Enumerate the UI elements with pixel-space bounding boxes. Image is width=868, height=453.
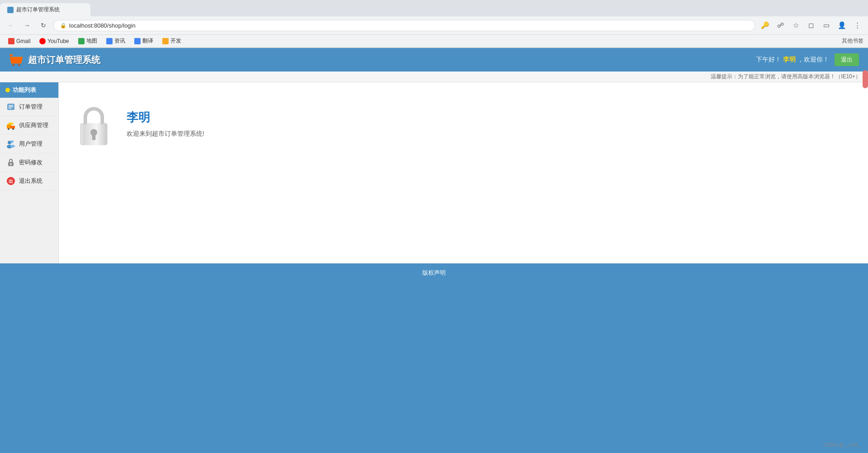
- svg-point-2: [18, 64, 20, 66]
- svg-rect-27: [81, 124, 83, 144]
- tab-title: 超市订单管理系统: [16, 6, 60, 14]
- youtube-favicon: [39, 38, 46, 44]
- maps-favicon: [78, 38, 85, 44]
- scrollbar-indicator[interactable]: [863, 70, 868, 88]
- sidebar-item-supplier-label: 供应商管理: [19, 121, 48, 129]
- greeting-username: 李明: [783, 56, 796, 63]
- bookmark-gmail[interactable]: Gmail: [5, 37, 34, 45]
- svg-rect-19: [10, 164, 11, 165]
- bookmark-youtube[interactable]: YouTube: [36, 37, 72, 45]
- greeting-suffix: ，欢迎你！: [797, 56, 829, 63]
- watermark: CSDN @ _小许_: [823, 442, 861, 448]
- sidebar-item-order-label: 订单管理: [19, 103, 42, 111]
- browser-toolbar: ← → ↻ 🔒 localhost:8080/shop/login 🔑 ☍ ☆ …: [0, 16, 868, 35]
- sidebar-item-order[interactable]: 订单管理: [0, 98, 58, 116]
- content-area: 李明 欢迎来到超市订单管理系统!: [59, 82, 868, 263]
- sidebar-header-label: 功能列表: [13, 86, 36, 94]
- app-title-text: 超市订单管理系统: [28, 54, 100, 66]
- bookmark-icon[interactable]: ☆: [789, 19, 802, 32]
- sidebar-header-dot: [5, 88, 10, 92]
- sidebar-item-user-label: 用户管理: [19, 140, 42, 148]
- sidebar-item-exit-label: 退出系统: [19, 177, 42, 185]
- sidebar-item-user[interactable]: 用户管理: [0, 135, 58, 153]
- welcome-section: 李明 欢迎来到超市订单管理系统!: [59, 82, 868, 172]
- order-icon: [6, 102, 15, 111]
- browser-tab-active[interactable]: 超市订单管理系统: [0, 3, 90, 16]
- toolbar-icons: 🔑 ☍ ☆ ◻ ▭ 👤 ⋮: [759, 19, 863, 32]
- lock-icon-container: [77, 105, 113, 149]
- address-lock-icon: 🔒: [60, 23, 66, 29]
- svg-rect-0: [10, 54, 13, 57]
- forward-button[interactable]: →: [21, 19, 33, 32]
- bookmark-dev[interactable]: 开发: [159, 36, 185, 46]
- back-button[interactable]: ←: [5, 19, 17, 32]
- svg-point-14: [11, 140, 14, 143]
- bookmark-youtube-label: YouTube: [47, 38, 69, 44]
- address-bar[interactable]: 🔒 localhost:8080/shop/login: [53, 20, 755, 31]
- footer: 版权声明: [0, 263, 868, 282]
- sidebar-item-password-label: 密码修改: [19, 158, 42, 167]
- header-right: 下午好！ 李明 ，欢迎你！ 退出: [756, 53, 859, 66]
- window-icon[interactable]: ▭: [820, 19, 833, 32]
- address-url: localhost:8080/shop/login: [69, 22, 136, 29]
- tab-favicon: [7, 7, 14, 13]
- welcome-username: 李明: [127, 110, 204, 125]
- translate-favicon: [134, 38, 141, 44]
- svg-point-21: [12, 163, 13, 164]
- bookmark-translate[interactable]: 翻译: [131, 36, 157, 46]
- bookmarks-bar: Gmail YouTube 地图 资讯 翻译 开发 其他书签: [0, 35, 868, 48]
- logout-button[interactable]: 退出: [835, 53, 859, 66]
- content-wrapper: 功能列表 订单管理: [0, 82, 868, 263]
- svg-rect-9: [10, 126, 15, 129]
- svg-point-20: [9, 163, 9, 164]
- header-greeting: 下午好！ 李明 ，欢迎你！: [756, 56, 829, 64]
- sidebar: 功能列表 订单管理: [0, 82, 59, 263]
- bookmark-news-label: 资讯: [114, 37, 125, 45]
- bookmark-maps-label: 地图: [86, 37, 97, 45]
- sidebar-item-exit[interactable]: 出 退出系统: [0, 172, 58, 191]
- gmail-favicon: [8, 38, 14, 44]
- sidebar-item-supplier[interactable]: 供应商管理: [0, 116, 58, 135]
- svg-point-13: [8, 141, 11, 144]
- footer-label: 版权声明: [422, 269, 446, 276]
- password-change-icon: [6, 158, 15, 167]
- welcome-message: 欢迎来到超市订单管理系统!: [127, 130, 204, 138]
- svg-text:出: 出: [9, 179, 13, 184]
- warning-text: 温馨提示：为了能正常浏览，请使用高版本浏览器！（IE10+）: [711, 73, 861, 80]
- bookmark-maps[interactable]: 地图: [75, 36, 101, 46]
- password-manager-icon[interactable]: 🔑: [759, 19, 771, 32]
- bookmark-dev-label: 开发: [170, 37, 181, 45]
- browser-chrome: 超市订单管理系统 ← → ↻ 🔒 localhost:8080/shop/log…: [0, 0, 868, 48]
- menu-icon[interactable]: ⋮: [851, 19, 863, 32]
- news-favicon: [106, 38, 113, 44]
- app-header: 超市订单管理系统 下午好！ 李明 ，欢迎你！ 退出: [0, 48, 868, 72]
- bookmark-gmail-label: Gmail: [16, 38, 30, 44]
- share-icon[interactable]: ☍: [774, 19, 787, 32]
- profile-icon[interactable]: 👤: [835, 19, 848, 32]
- svg-point-16: [10, 145, 15, 148]
- exit-system-icon: 出: [6, 176, 15, 186]
- svg-point-11: [8, 128, 9, 130]
- bookmarks-right: 其他书签: [842, 37, 863, 45]
- reload-button[interactable]: ↻: [37, 19, 50, 32]
- sidebar-item-password[interactable]: 密码修改: [0, 153, 58, 172]
- sidebar-header: 功能列表: [0, 82, 58, 98]
- svg-rect-26: [92, 134, 96, 140]
- svg-point-1: [13, 64, 14, 66]
- svg-point-12: [12, 128, 14, 130]
- supplier-icon: [6, 121, 15, 130]
- warning-bar: 温馨提示：为了能正常浏览，请使用高版本浏览器！（IE10+）: [0, 72, 868, 82]
- greeting-time: 下午好！: [756, 56, 781, 63]
- svg-marker-10: [8, 123, 14, 124]
- bookmark-news[interactable]: 资讯: [103, 36, 129, 46]
- welcome-content: 李明 欢迎来到超市订单管理系统!: [77, 105, 850, 149]
- bookmark-translate-label: 翻译: [142, 37, 153, 45]
- welcome-text: 李明 欢迎来到超市订单管理系统!: [127, 105, 204, 138]
- tab-search-icon[interactable]: ◻: [805, 19, 817, 32]
- lock-icon: [77, 105, 111, 148]
- app-title: 超市订单管理系统: [9, 53, 100, 66]
- dev-favicon: [162, 38, 169, 44]
- cart-icon: [9, 53, 24, 66]
- user-management-icon: [6, 139, 15, 148]
- browser-tabs: 超市订单管理系统: [0, 0, 868, 16]
